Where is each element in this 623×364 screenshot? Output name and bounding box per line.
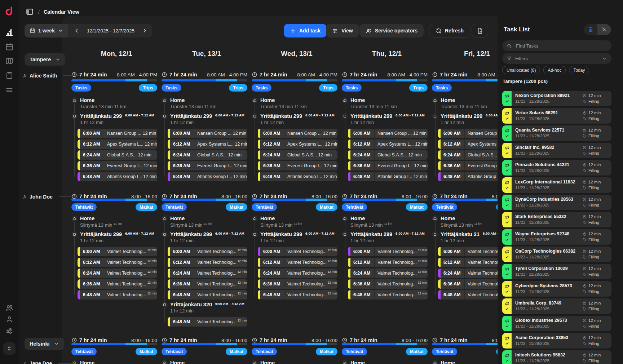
task-item[interactable]: 6:36 AMValmet Technolog...12 min <box>78 279 157 289</box>
task-card[interactable]: Virtue Solaris 6629111/23 - 11/28/202512… <box>502 108 611 124</box>
task-item[interactable]: 6:00 AMValmet Technolog...12 min <box>438 247 498 256</box>
task-item[interactable]: 6:24 AMValmet Technolog...12 min <box>348 268 428 278</box>
task-item[interactable]: 6:00 AMValmet Technolog...12 min <box>348 247 428 256</box>
task-card[interactable]: Initech Solutions 9583211/23 - 11/28/202… <box>502 350 611 364</box>
map-icon[interactable] <box>5 57 14 65</box>
task-item[interactable]: 6:48 AMAtlantis Group L.. 12 min <box>438 172 498 181</box>
task-list-mode-button[interactable] <box>584 24 597 35</box>
task-item[interactable]: 6:00 AMValmet Technolog...12 min <box>258 247 337 256</box>
tasks-chip[interactable]: Tehtävät <box>342 203 367 211</box>
trips-chip[interactable]: Matkat <box>136 348 157 355</box>
task-item[interactable]: 6:48 AMValmet Technolog...12 min <box>258 290 337 299</box>
tasks-chip[interactable]: Tehtävät <box>432 348 457 355</box>
users-icon[interactable] <box>5 304 14 312</box>
task-item[interactable]: 6:36 AMEverest Group I... 12 min <box>78 161 157 170</box>
find-tasks-search[interactable] <box>502 40 611 51</box>
task-card[interactable]: Sinclair Inc. 9958211/23 - 11/28/202512 … <box>502 143 611 158</box>
task-card[interactable]: DynaCorp Industries 2856311/23 - 11/28/2… <box>502 195 611 210</box>
task-item[interactable]: 6:24 AMGlobal S.A.S... 12 min <box>168 150 247 160</box>
task-card[interactable]: Acme Corporation 3385311/23 - 11/28/2025… <box>502 333 611 349</box>
trips-chip[interactable]: Matkat <box>316 348 337 355</box>
tasks-chip[interactable]: Tasks <box>342 84 362 92</box>
task-item[interactable]: 6:48 AMValmet Technolog...12 min <box>78 290 157 299</box>
calendar-icon[interactable] <box>5 43 14 51</box>
person-label[interactable]: Jane Doe <box>22 360 75 364</box>
panel-left-toggle-icon[interactable] <box>25 8 34 16</box>
settings-icon[interactable] <box>5 327 14 335</box>
task-item[interactable]: 6:36 AMEverest Group I... 12 min <box>348 161 428 170</box>
search-input[interactable] <box>515 43 607 49</box>
task-item[interactable]: 6:12 AMValmet Technolog...12 min <box>348 258 428 267</box>
task-item[interactable]: 6:36 AMValmet Technolog...12 min <box>348 279 428 289</box>
task-card[interactable]: Tyrell Corporation 1002911/23 - 11/28/20… <box>502 264 611 279</box>
trips-chip[interactable]: Matkat <box>496 203 498 211</box>
prev-week-button[interactable] <box>74 28 80 34</box>
task-item[interactable]: 6:48 AMAtlantis Group L.. 12 min <box>258 172 337 181</box>
task-item[interactable]: 6:00 AMValmet Technolog...12 min <box>78 247 157 256</box>
menu-icon[interactable] <box>5 86 14 94</box>
task-item[interactable]: 6:48 AMValmet Technolog...12 min <box>168 290 247 299</box>
service-operators-button[interactable]: Service operators <box>359 24 424 37</box>
trips-chip[interactable]: Trips <box>139 84 157 92</box>
task-item[interactable]: 6:12 AMValmet Technolog...12 min <box>258 258 337 267</box>
task-item[interactable]: 6:24 AMGlobal S.A.S... 12 min <box>78 150 157 160</box>
task-item[interactable]: 6:00 AMNansen Group ... 12 min <box>78 129 157 138</box>
task-item[interactable]: 6:24 AMValmet Technolog...12 min <box>438 268 498 278</box>
collapse-button[interactable] <box>3 342 16 355</box>
trips-chip[interactable]: Matkat <box>316 203 337 211</box>
task-item[interactable]: 6:00 AMNansen Group ... 12 min <box>168 129 247 138</box>
bar-chart-icon[interactable] <box>5 28 14 37</box>
user-icon[interactable] <box>5 315 14 324</box>
task-item[interactable]: 6:24 AMGlobal S.A.S... 12 min <box>258 150 337 160</box>
clipboard-icon[interactable] <box>5 71 14 80</box>
task-item[interactable]: 6:48 AMValmet Technolog...12 min <box>348 290 428 299</box>
tasks-chip[interactable]: Tehtävät <box>162 203 187 211</box>
trips-chip[interactable]: Matkat <box>226 203 247 211</box>
period-selector[interactable]: 1 week <box>25 24 69 37</box>
tasks-chip[interactable]: Tehtävät <box>252 348 277 355</box>
task-item[interactable]: 6:48 AMAtlantis Group L.. 12 min <box>168 172 247 181</box>
task-item[interactable]: 6:36 AMValmet Technolog...12 min <box>258 279 337 289</box>
task-card[interactable]: Pinnacle Solutions 4422111/23 - 11/28/20… <box>502 160 611 176</box>
task-item[interactable]: 6:00 AMValmet Technolog...12 min <box>168 247 247 256</box>
tasks-chip[interactable]: Tasks <box>252 84 271 92</box>
task-item[interactable]: 6:48 AMAtlantis Group L.. 12 min <box>348 172 428 181</box>
tasks-chip[interactable]: Tehtävät <box>71 203 97 211</box>
trips-chip[interactable]: Matkat <box>136 203 157 211</box>
task-card[interactable]: Stark Enterprises 5533211/23 - 11/28/202… <box>502 212 611 227</box>
next-week-button[interactable] <box>142 28 147 34</box>
tasks-chip[interactable]: Tasks <box>432 84 452 92</box>
trips-chip[interactable]: Matkat <box>406 203 428 211</box>
tasks-chip[interactable]: Tehtävät <box>71 348 97 355</box>
filter-chip-adhoc[interactable]: Ad-hoc <box>543 66 566 74</box>
task-item[interactable]: 6:00 AMNansen Group ... 12 min <box>348 129 428 138</box>
task-card[interactable]: Umbrella Corp. 8374911/23 - 11/28/202512… <box>502 298 611 314</box>
task-item[interactable]: 6:12 AMValmet Technolog...12 min <box>78 258 157 267</box>
tasks-chip[interactable]: Tehtävät <box>252 203 277 211</box>
task-card[interactable]: OsCorp Technologies 6638211/23 - 11/28/2… <box>502 247 611 262</box>
export-csv-button[interactable]: CSV <box>472 24 488 37</box>
task-item[interactable]: 6:36 AMEverest Group I... 12 min <box>258 161 337 170</box>
trips-chip[interactable]: Matkat <box>406 348 428 355</box>
task-item[interactable]: 6:12 AMValmet Technolog...12 min <box>438 258 498 267</box>
trips-chip[interactable]: Matkat <box>496 348 498 355</box>
task-card[interactable]: Nexon Corporation 8892111/23 - 11/28/202… <box>502 91 611 106</box>
view-button[interactable]: View <box>326 24 359 37</box>
tasks-chip[interactable]: Tehtävät <box>162 348 187 355</box>
trips-chip[interactable]: Trips <box>229 84 247 92</box>
tasks-chip[interactable]: Tehtävät <box>342 348 367 355</box>
group-selector-helsinki[interactable]: Helsinki <box>25 338 64 350</box>
task-item[interactable]: 6:00 AMNansen Group ... 12 min <box>438 129 498 138</box>
task-item[interactable]: 6:24 AMGlobal S.A.S... 12 min <box>348 150 428 160</box>
filters-dropdown[interactable]: Filters <box>502 53 611 64</box>
task-item[interactable]: 6:12 AMApex Systems L... 12 min <box>78 139 157 149</box>
refresh-button[interactable]: Refresh <box>429 24 470 37</box>
trips-chip[interactable]: Trips <box>319 84 337 92</box>
tasks-chip[interactable]: Tasks <box>162 84 181 92</box>
tasks-chip[interactable]: Tehtävät <box>432 203 457 211</box>
add-task-button[interactable]: Add task <box>284 24 327 37</box>
task-card[interactable]: Quanta Services 2257111/23 - 11/28/20251… <box>502 125 611 141</box>
task-item[interactable]: 6:12 AMApex Systems L... 12 min <box>438 139 498 149</box>
task-item[interactable]: 6:36 AMValmet Technolog...12 min <box>438 279 498 289</box>
task-item[interactable]: 6:36 AMEverest Group I... 12 min <box>168 161 247 170</box>
